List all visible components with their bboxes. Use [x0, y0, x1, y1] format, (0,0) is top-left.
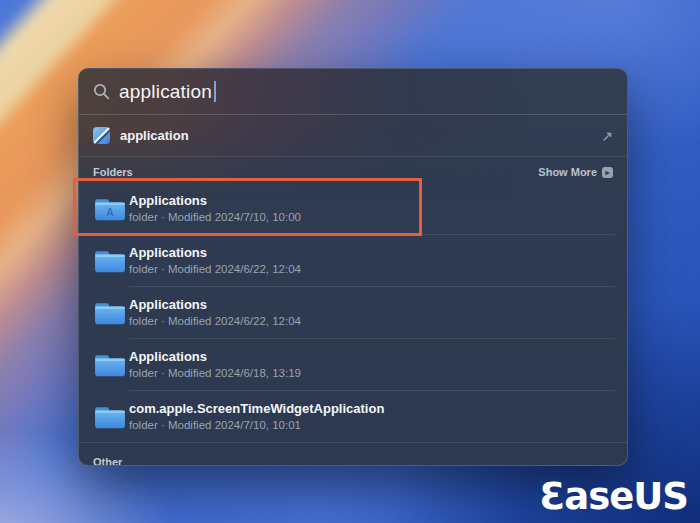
- result-title: Applications: [129, 193, 301, 209]
- show-more-icon: ▸: [602, 167, 613, 178]
- application-file-icon: [93, 127, 110, 144]
- search-icon: [93, 83, 110, 100]
- easeus-watermark-logo: ƐaseUS: [539, 478, 688, 515]
- result-row[interactable]: A Applications folder · Modified 2024/6/…: [79, 235, 627, 287]
- spotlight-search-bar[interactable]: application: [79, 69, 627, 115]
- spotlight-panel: application application ↗ Folders Show M…: [78, 68, 628, 466]
- folder-icon: A: [93, 351, 127, 379]
- result-row[interactable]: A com.apple.ScreenTimeWidgetApplication …: [79, 391, 627, 443]
- top-hit-label: application: [120, 128, 189, 143]
- show-more-label: Show More: [538, 166, 597, 178]
- section-label-folders: Folders: [93, 166, 133, 178]
- result-title: com.apple.ScreenTimeWidgetApplication: [129, 401, 384, 417]
- top-hit-row[interactable]: application ↗: [79, 115, 627, 156]
- text-caret: [214, 81, 216, 102]
- folder-icon: A: [93, 403, 127, 431]
- result-subtitle: folder · Modified 2024/6/18, 13:19: [129, 366, 301, 381]
- result-row[interactable]: A Applications folder · Modified 2024/7/…: [79, 183, 627, 235]
- result-row[interactable]: A Applications folder · Modified 2024/6/…: [79, 287, 627, 339]
- folder-icon: A: [93, 195, 127, 223]
- section-label-other: Other: [93, 456, 122, 466]
- result-subtitle: folder · Modified 2024/6/22, 12:04: [129, 314, 301, 329]
- folder-icon: A: [93, 299, 127, 327]
- row-divider: [79, 442, 627, 443]
- result-title: Applications: [129, 245, 301, 261]
- result-title: Applications: [129, 297, 301, 313]
- other-section-header: Other: [79, 445, 627, 466]
- result-subtitle: folder · Modified 2024/6/22, 12:04: [129, 262, 301, 277]
- arrow-up-right-icon[interactable]: ↗: [601, 128, 613, 144]
- results-list: A Applications folder · Modified 2024/7/…: [79, 183, 627, 443]
- folder-a-glyph: A: [106, 207, 114, 218]
- folders-section-header: Folders Show More ▸: [79, 156, 627, 183]
- result-subtitle: folder · Modified 2024/7/10, 10:00: [129, 210, 301, 225]
- show-more-button[interactable]: Show More ▸: [538, 166, 613, 178]
- folder-icon: A: [93, 247, 127, 275]
- result-row[interactable]: A Applications folder · Modified 2024/6/…: [79, 339, 627, 391]
- search-input[interactable]: application: [119, 81, 212, 103]
- result-subtitle: folder · Modified 2024/7/10, 10:01: [129, 418, 384, 433]
- result-title: Applications: [129, 349, 301, 365]
